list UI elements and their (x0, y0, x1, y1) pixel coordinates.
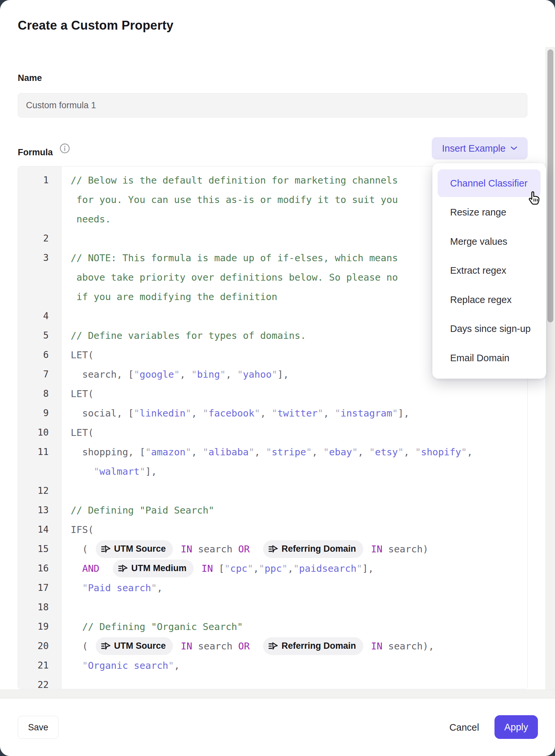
line-number: 13 (18, 505, 61, 516)
line-number: 5 (18, 330, 61, 341)
code-line: 20 ( UTM Source IN search OR Referring D… (18, 636, 527, 656)
line-number: 6 (18, 349, 61, 360)
insert-example-menu: Channel ClassifierResize rangeMerge valu… (432, 163, 546, 379)
field-chip-icon (100, 641, 111, 651)
menu-item-label: Merge values (450, 236, 507, 247)
code-line-content: "Paid search", (61, 582, 527, 594)
field-chip-icon (268, 641, 278, 651)
line-number: 11 (18, 446, 61, 457)
name-label: Name (18, 73, 42, 83)
line-number: 18 (18, 602, 61, 612)
create-custom-property-dialog: Create a Custom Property Name Formula In… (0, 0, 555, 756)
line-number: 15 (18, 544, 61, 554)
code-line: 22 (18, 675, 527, 689)
line-number: 17 (18, 582, 61, 593)
code-line-content: IFS( (61, 524, 527, 535)
menu-item-days-since-sign-up[interactable]: Days since sign-up (432, 315, 546, 344)
line-number: 14 (18, 524, 61, 535)
dialog-backdrop: Create a Custom Property Name Formula In… (0, 0, 555, 756)
code-line: 18 (18, 597, 527, 617)
field-chip-icon (117, 563, 128, 574)
menu-item-label: Extract regex (450, 265, 506, 276)
code-line: 15 ( UTM Source IN search OR Referring D… (18, 539, 527, 559)
menu-item-label: Resize range (450, 207, 506, 218)
line-number: 3 (18, 252, 61, 263)
line-number: 4 (18, 311, 61, 321)
menu-item-email-domain[interactable]: Email Domain (432, 344, 546, 372)
line-number: 10 (18, 427, 61, 438)
menu-item-label: Email Domain (450, 353, 510, 363)
code-line: 10LET( (18, 423, 527, 442)
hand-cursor-icon (525, 189, 543, 207)
code-line-content: shopping, ["amazon", "alibaba", "stripe"… (61, 446, 527, 457)
line-number: 21 (18, 660, 61, 671)
menu-item-extract-regex[interactable]: Extract regex (432, 256, 546, 285)
code-line: 11 shopping, ["amazon", "alibaba", "stri… (18, 442, 527, 462)
insert-example-button[interactable]: Insert Example (432, 137, 528, 160)
code-line: 17 "Paid search", (18, 578, 527, 597)
apply-button[interactable]: Apply (495, 715, 538, 739)
field-chip[interactable]: UTM Medium (113, 560, 194, 578)
code-line-content: "Organic search", (61, 660, 527, 671)
line-number: 12 (18, 485, 61, 496)
vertical-scrollbar-thumb[interactable] (547, 49, 553, 322)
code-line: 13// Defining "Paid Search" (18, 501, 527, 520)
line-number: 19 (18, 621, 61, 632)
menu-item-label: Days since sign-up (450, 323, 531, 334)
dialog-title: Create a Custom Property (18, 18, 174, 33)
code-line: "walmart"], (18, 462, 527, 481)
save-button[interactable]: Save (18, 716, 58, 739)
field-chip-label: Referring Domain (282, 641, 356, 651)
line-number: 9 (18, 408, 61, 419)
line-number: 8 (18, 388, 61, 399)
field-chip[interactable]: UTM Source (96, 540, 173, 558)
menu-item-label: Replace regex (450, 294, 512, 305)
code-line: 19 // Defining "Organic Search" (18, 617, 527, 636)
code-line-content: // Defining "Organic Search" (61, 621, 527, 632)
chevron-down-icon (510, 146, 517, 151)
line-number: 2 (18, 233, 61, 244)
field-chip[interactable]: Referring Domain (263, 637, 363, 655)
field-chip-label: UTM Source (114, 641, 166, 651)
field-chip[interactable]: Referring Domain (263, 540, 363, 558)
code-line: 21 "Organic search", (18, 656, 527, 675)
line-number: 1 (18, 175, 61, 186)
field-chip-icon (100, 544, 111, 554)
field-chip-label: UTM Medium (131, 563, 186, 573)
field-chip-icon (268, 544, 278, 554)
field-chip[interactable]: UTM Source (96, 637, 173, 655)
menu-item-label: Channel Classifier (450, 178, 527, 189)
field-chip-label: Referring Domain (282, 544, 356, 554)
code-line: 14IFS( (18, 520, 527, 539)
info-icon[interactable] (59, 143, 70, 154)
cancel-button[interactable]: Cancel (441, 716, 487, 739)
field-chip-label: UTM Source (114, 544, 166, 554)
code-line-content: ( UTM Source IN search OR Referring Doma… (61, 637, 527, 655)
code-line-content: social, ["linkedin", "facebook", "twitte… (61, 408, 527, 419)
footer-divider (0, 698, 555, 699)
code-line: 9 social, ["linkedin", "facebook", "twit… (18, 403, 527, 423)
name-input[interactable] (18, 93, 527, 117)
insert-example-label: Insert Example (442, 143, 505, 154)
line-number: 16 (18, 563, 61, 574)
code-line-content: ( UTM Source IN search OR Referring Doma… (61, 540, 527, 558)
vertical-scrollbar-track[interactable] (546, 47, 555, 689)
line-number: 22 (18, 679, 61, 689)
code-line-content: LET( (61, 427, 527, 438)
line-number: 7 (18, 369, 61, 380)
code-line-content: LET( (61, 388, 527, 399)
code-line-content: // Defining "Paid Search" (61, 505, 527, 516)
line-number: 20 (18, 640, 61, 651)
menu-item-merge-values[interactable]: Merge values (432, 227, 546, 256)
menu-item-replace-regex[interactable]: Replace regex (432, 285, 546, 314)
code-line: 12 (18, 481, 527, 501)
code-line-content: AND UTM Medium IN ["cpc","ppc","paidsear… (61, 560, 527, 578)
horizontal-scrollbar-track[interactable] (0, 689, 555, 698)
code-line: 8LET( (18, 384, 527, 403)
formula-label: Formula (18, 147, 53, 158)
code-line: 16 AND UTM Medium IN ["cpc","ppc","paids… (18, 559, 527, 578)
code-line-content: "walmart"], (61, 466, 527, 477)
